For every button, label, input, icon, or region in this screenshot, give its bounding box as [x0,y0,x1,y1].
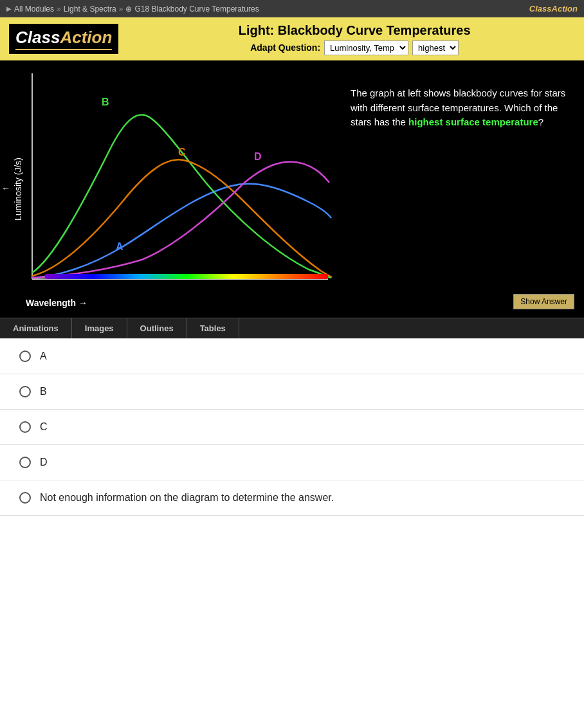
logo-underline [15,49,112,50]
radio-a[interactable] [19,350,31,362]
svg-text:D: D [254,151,262,162]
adapt-row: Adapt Question: Luminosity, Temp highest… [132,41,576,55]
graph-svg: B C A D [26,67,334,298]
header-bar: ClassAction Light: Blackbody Curve Tempe… [0,17,584,60]
y-axis-text: Luminosity (J/s) [13,158,23,221]
adapt-select-value[interactable]: highest lowest [412,41,459,55]
options-area: A B C D Not enough information on the di… [0,338,584,516]
option-c[interactable]: C [0,410,584,445]
graph-area: ↑ Luminosity (J/s) [0,60,584,311]
radio-c[interactable] [19,421,31,433]
option-not-enough-label: Not enough information on the diagram to… [40,492,334,504]
logo-box: ClassAction [8,23,120,55]
svg-text:B: B [102,96,109,107]
option-d-label: D [40,457,48,468]
breadcrumb-light-spectra[interactable]: Light & Spectra [64,5,116,14]
brand-logo-small: ClassAction [529,4,578,14]
description-box: The graph at left shows blackbody curves… [341,67,578,311]
y-axis-label: ↑ Luminosity (J/s) [0,67,23,311]
main-panel: ClassAction Light: Blackbody Curve Tempe… [0,17,584,338]
option-b[interactable]: B [0,374,584,410]
radio-b[interactable] [19,386,31,397]
tab-tables[interactable]: Tables [187,318,239,338]
header-title-area: Light: Blackbody Curve Temperatures Adap… [132,23,576,55]
highlight-highest: highest surface temperature [408,116,538,127]
breadcrumb-icon: ⊕ [125,5,132,14]
radio-d[interactable] [19,457,31,468]
option-a-label: A [40,350,47,362]
x-axis-text: Wavelength → [26,298,87,308]
logo-class: Class [15,28,60,47]
tab-animations[interactable]: Animations [0,318,72,338]
adapt-label: Adapt Question: [250,42,320,53]
option-b-label: B [40,386,47,397]
desc-text: The graph at left shows blackbody curves… [351,86,568,130]
play-icon: ▶ [6,5,12,12]
logo-text: ClassAction [15,28,112,48]
radio-not-enough[interactable] [19,492,31,504]
x-axis-label: Wavelength → [26,298,87,308]
spectrum-bar [45,274,328,279]
option-not-enough[interactable]: Not enough information on the diagram to… [0,480,584,516]
breadcrumb-g18: G18 Blackbody Curve Temperatures [134,5,259,14]
svg-text:A: A [116,241,123,252]
option-a[interactable]: A [0,338,584,374]
nav-bar: ▶ All Modules » Light & Spectra » ⊕ G18 … [0,0,584,17]
tab-outlines[interactable]: Outlines [127,318,187,338]
graph-container: ↑ Luminosity (J/s) [6,67,341,311]
y-axis-arrow: ↑ [0,187,10,192]
option-c-label: C [40,421,48,433]
breadcrumb: ▶ All Modules » Light & Spectra » ⊕ G18 … [6,5,259,14]
logo-action: Action [60,28,112,47]
adapt-select-type[interactable]: Luminosity, Temp [324,41,408,55]
svg-rect-0 [26,67,334,298]
page-title: Light: Blackbody Curve Temperatures [132,23,576,38]
tab-images[interactable]: Images [72,318,127,338]
breadcrumb-all-modules[interactable]: All Modules [14,5,54,14]
show-answer-button[interactable]: Show Answer [513,294,574,309]
bottom-tabs: Animations Images Outlines Tables [0,318,584,338]
option-d[interactable]: D [0,445,584,480]
svg-text:C: C [178,147,186,158]
